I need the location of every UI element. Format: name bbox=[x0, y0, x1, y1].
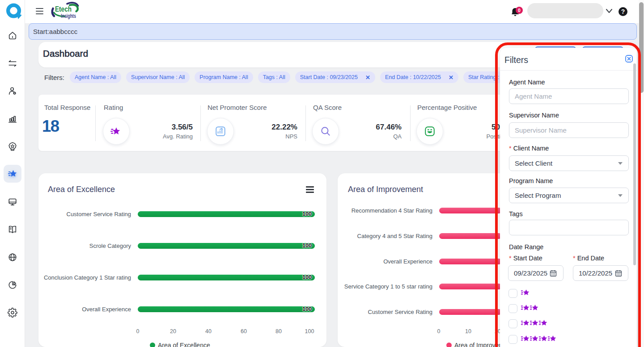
svg-text:Etech: Etech bbox=[55, 5, 72, 13]
svg-text:Insights: Insights bbox=[61, 13, 76, 19]
